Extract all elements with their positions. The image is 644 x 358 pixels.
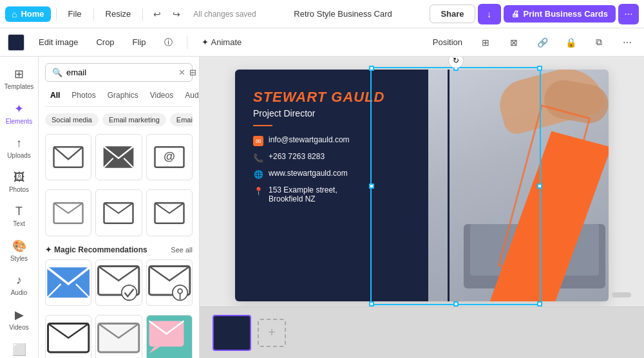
undo-button[interactable]: ↩: [148, 5, 166, 23]
phone-contact-icon: 📞: [253, 153, 263, 163]
text-label: Text: [13, 220, 24, 227]
sidebar-item-elements[interactable]: ✦ Elements: [3, 97, 36, 130]
photos-label: Photos: [9, 186, 29, 193]
more-toolbar-button[interactable]: ⋯: [618, 33, 636, 52]
tab-photos[interactable]: Photos: [66, 88, 100, 102]
tab-all[interactable]: All: [45, 88, 65, 102]
sidebar-item-photos[interactable]: 🖼 Photos: [3, 165, 36, 198]
card-address-row: 📍 153 Example street, Brookfield NZ: [253, 185, 436, 203]
rotate-handle[interactable]: ↻: [448, 57, 464, 68]
file-menu[interactable]: File: [62, 6, 88, 21]
share-button[interactable]: Share: [430, 5, 475, 23]
scroll-indicator[interactable]: [612, 292, 631, 297]
sidebar-item-videos[interactable]: ▶ Videos: [3, 303, 36, 336]
search-clear-button[interactable]: ✕: [178, 68, 185, 77]
top-navigation: ⌂ Home File Resize ↩ ↪ All changes saved…: [0, 0, 644, 28]
email-icon-1[interactable]: [45, 134, 91, 180]
resize-menu[interactable]: Resize: [99, 6, 138, 21]
save-status: All changes saved: [193, 10, 256, 19]
redo-button[interactable]: ↪: [167, 5, 185, 23]
edit-image-button[interactable]: Edit image: [35, 35, 82, 50]
add-page-button[interactable]: +: [258, 319, 286, 347]
print-label: Print Business Cards: [524, 9, 609, 19]
lock-button[interactable]: 🔒: [562, 33, 580, 52]
edit-image-label: Edit image: [39, 37, 78, 47]
sidebar-item-text[interactable]: T Text: [3, 200, 36, 232]
email-icon-5[interactable]: [95, 189, 142, 236]
search-filter-button[interactable]: ⊟: [189, 68, 196, 77]
print-button[interactable]: 🖨 Print Business Cards: [504, 5, 616, 23]
link-button[interactable]: 🔗: [533, 33, 551, 52]
card-content: STEWART GAULD Project Director ✉ info@st…: [235, 70, 454, 301]
magic-icon-2[interactable]: [95, 259, 142, 306]
crop-button[interactable]: Crop: [92, 35, 118, 50]
thumbnail-1[interactable]: [213, 315, 251, 351]
photo-email-3[interactable]: [146, 315, 193, 358]
home-icon: ⌂: [12, 9, 17, 19]
tag-email-marketing[interactable]: Email marketing: [102, 113, 166, 126]
icon-grid-1: @: [45, 134, 193, 180]
sidebar-item-background[interactable]: ⬜ Background: [3, 337, 36, 358]
tab-graphics[interactable]: Graphics: [102, 88, 144, 102]
search-input[interactable]: [66, 68, 175, 77]
align-button[interactable]: ⊞: [477, 33, 495, 52]
background-icon: ⬜: [12, 343, 26, 357]
animate-button[interactable]: ✦ Animate: [198, 35, 246, 50]
email-icon-6[interactable]: [146, 189, 193, 236]
handle-bottom-left[interactable]: [369, 301, 374, 306]
uploads-icon: ↑: [16, 137, 22, 150]
see-all-button[interactable]: See all: [171, 246, 193, 254]
tab-videos[interactable]: Videos: [145, 88, 178, 102]
canvas-container: STEWART GAULD Project Director ✉ info@st…: [235, 70, 609, 301]
distribute-button[interactable]: ⊠: [505, 33, 523, 52]
card-divider-line: [448, 70, 450, 301]
duplicate-button[interactable]: ⧉: [590, 33, 608, 52]
info-button[interactable]: ⓘ: [160, 34, 176, 51]
business-card[interactable]: STEWART GAULD Project Director ✉ info@st…: [235, 70, 609, 301]
more-options-button[interactable]: ···: [618, 4, 639, 24]
email-icon-2[interactable]: [95, 134, 142, 180]
videos-label: Videos: [9, 324, 28, 331]
card-divider-accent: [253, 125, 272, 126]
download-button[interactable]: ↓: [478, 4, 501, 24]
info-icon: ⓘ: [164, 37, 173, 48]
photo-email-2[interactable]: [95, 315, 142, 358]
photo-email-1[interactable]: [45, 315, 91, 358]
videos-icon: ▶: [15, 308, 24, 322]
email-icon-4[interactable]: [45, 189, 91, 236]
color-swatch[interactable]: [8, 34, 24, 51]
magic-icon-3[interactable]: [146, 259, 193, 306]
email-icon-3[interactable]: @: [146, 134, 193, 180]
tag-email-ico[interactable]: Email ico: [170, 113, 193, 126]
crop-label: Crop: [96, 37, 114, 47]
magic-icon-1[interactable]: [45, 259, 91, 306]
sidebar-item-templates[interactable]: ⊞ Templates: [3, 62, 36, 95]
handle-bottom-right[interactable]: [537, 301, 542, 306]
elements-label: Elements: [6, 118, 33, 125]
home-button[interactable]: ⌂ Home: [5, 6, 51, 22]
svg-text:@: @: [164, 149, 175, 163]
magic-grid: [45, 259, 193, 306]
canvas-area: STEWART GAULD Project Director ✉ info@st…: [200, 57, 644, 358]
icon-grid-2: [45, 189, 193, 236]
flip-button[interactable]: Flip: [129, 35, 150, 50]
styles-icon: 🎨: [12, 239, 26, 253]
position-button[interactable]: Position: [429, 35, 466, 50]
magic-title: ✦ Magic Recommendations: [45, 245, 147, 254]
handle-bottom-middle[interactable]: [453, 301, 459, 306]
sidebar-item-styles[interactable]: 🎨 Styles: [3, 234, 36, 267]
card-person-name: STEWART GAULD: [253, 89, 436, 106]
tab-audio[interactable]: Audio: [180, 88, 200, 102]
flip-label: Flip: [133, 37, 146, 47]
uploads-label: Uploads: [7, 152, 31, 159]
printer-icon: 🖨: [511, 9, 520, 19]
main-layout: ⊞ Templates ✦ Elements ↑ Uploads 🖼 Photo…: [0, 57, 644, 358]
tag-social-media[interactable]: Social media: [45, 113, 99, 126]
templates-label: Templates: [5, 83, 34, 90]
search-bar: 🔍 ✕ ⊟: [45, 63, 193, 82]
sidebar-item-uploads[interactable]: ↑ Uploads: [3, 131, 36, 164]
document-title: Retro Style Business Card: [294, 9, 392, 19]
undo-redo-group: ↩ ↪: [148, 5, 185, 23]
sidebar-item-audio[interactable]: ♪ Audio: [3, 268, 36, 301]
card-email: info@stewartgauld.com: [269, 135, 350, 144]
